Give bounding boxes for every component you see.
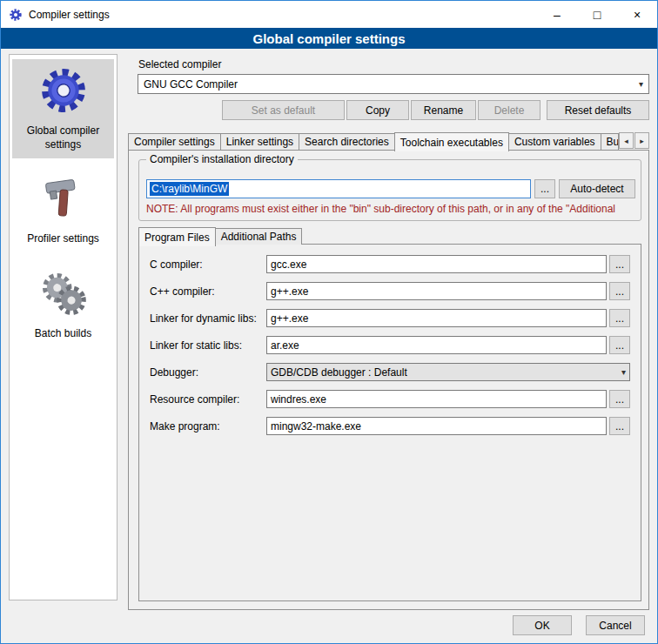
chevron-down-icon: ▾ xyxy=(621,368,626,377)
sidebar-item-global-compiler-settings[interactable]: Global compiler settings xyxy=(12,59,114,158)
dialog-footer: OK Cancel xyxy=(513,615,645,635)
tab-search-directories[interactable]: Search directories xyxy=(299,133,395,150)
program-files-tabs: Program Files Additional Paths xyxy=(138,226,301,245)
debugger-value: GDB/CDB debugger : Default xyxy=(271,366,407,379)
cancel-button[interactable]: Cancel xyxy=(586,615,645,635)
make-program-row: Make program: mingw32-make.exe ... xyxy=(150,417,630,435)
c-compiler-value: gcc.exe xyxy=(271,258,306,271)
set-as-default-button: Set as default xyxy=(222,100,345,120)
linker-dynamic-label: Linker for dynamic libs: xyxy=(150,312,266,325)
c-compiler-input[interactable]: gcc.exe xyxy=(266,255,607,273)
compiler-settings-window: Compiler settings – □ × Global compiler … xyxy=(0,0,658,644)
copy-button[interactable]: Copy xyxy=(346,100,409,120)
cpp-compiler-label: C++ compiler: xyxy=(150,285,266,298)
installation-directory-groupbox: Compiler's installation directory C:\ray… xyxy=(138,159,641,221)
resource-compiler-input[interactable]: windres.exe xyxy=(266,390,607,408)
compiler-actions: Set as default Copy Rename Delete Reset … xyxy=(138,100,649,120)
linker-static-label: Linker for static libs: xyxy=(150,339,266,352)
delete-button: Delete xyxy=(478,100,540,120)
installation-directory-value: C:\raylib\MinGW xyxy=(150,182,229,196)
resource-compiler-row: Resource compiler: windres.exe ... xyxy=(150,390,630,408)
installation-directory-row: C:\raylib\MinGW ... Auto-detect xyxy=(146,179,635,198)
program-files-panel: C compiler: gcc.exe ... C++ compiler: g+… xyxy=(138,244,641,601)
gray-gears-icon xyxy=(37,268,91,321)
make-program-label: Make program: xyxy=(150,420,266,433)
linker-dynamic-input[interactable]: g++.exe xyxy=(266,309,607,327)
bin-subdirectory-note: NOTE: All programs must exist either in … xyxy=(146,203,640,215)
app-gear-icon xyxy=(8,7,24,23)
toolchain-executables-panel: Compiler's installation directory C:\ray… xyxy=(128,150,649,610)
hammer-icon xyxy=(37,173,91,226)
linker-dynamic-row: Linker for dynamic libs: g++.exe ... xyxy=(150,309,630,327)
sidebar-item-label: Global compiler settings xyxy=(14,124,112,151)
tab-toolchain-executables[interactable]: Toolchain executables xyxy=(394,132,509,151)
minimize-button[interactable]: – xyxy=(537,1,577,28)
tab-build-options[interactable]: Builc xyxy=(601,133,619,150)
linker-static-row: Linker for static libs: ar.exe ... xyxy=(150,336,630,354)
linker-dynamic-value: g++.exe xyxy=(271,312,308,325)
c-compiler-browse-button[interactable]: ... xyxy=(609,255,630,273)
tab-program-files[interactable]: Program Files xyxy=(138,227,216,246)
blue-gear-icon xyxy=(37,65,91,118)
compiler-settings-tabs: Compiler settings Linker settings Search… xyxy=(128,131,649,150)
sidebar-item-label: Profiler settings xyxy=(27,232,99,246)
linker-static-input[interactable]: ar.exe xyxy=(266,336,607,354)
dialog-header: Global compiler settings xyxy=(1,28,657,49)
make-program-value: mingw32-make.exe xyxy=(271,420,361,433)
debugger-label: Debugger: xyxy=(150,366,266,379)
window-controls: – □ × xyxy=(537,1,657,28)
cpp-compiler-value: g++.exe xyxy=(271,285,308,298)
installation-directory-browse-button[interactable]: ... xyxy=(534,179,555,198)
auto-detect-button[interactable]: Auto-detect xyxy=(559,179,635,198)
sidebar-item-label: Batch builds xyxy=(35,327,91,341)
cpp-compiler-browse-button[interactable]: ... xyxy=(609,282,630,300)
rename-button[interactable]: Rename xyxy=(411,100,476,120)
sidebar-item-batch-builds[interactable]: Batch builds xyxy=(12,262,114,348)
sidebar-item-profiler-settings[interactable]: Profiler settings xyxy=(12,167,114,253)
linker-static-value: ar.exe xyxy=(271,339,299,352)
debugger-row: Debugger: GDB/CDB debugger : Default ▾ xyxy=(150,363,630,381)
c-compiler-label: C compiler: xyxy=(150,258,266,271)
tab-scroll-right-button[interactable]: ▸ xyxy=(634,132,649,149)
tab-custom-variables[interactable]: Custom variables xyxy=(508,133,601,150)
cpp-compiler-input[interactable]: g++.exe xyxy=(266,282,607,300)
maximize-button[interactable]: □ xyxy=(577,1,617,28)
c-compiler-row: C compiler: gcc.exe ... xyxy=(150,255,630,273)
selected-compiler-dropdown[interactable]: GNU GCC Compiler ▾ xyxy=(138,74,649,94)
ok-button[interactable]: OK xyxy=(513,615,572,635)
linker-dynamic-browse-button[interactable]: ... xyxy=(609,309,630,327)
tab-linker-settings[interactable]: Linker settings xyxy=(220,133,299,150)
linker-static-browse-button[interactable]: ... xyxy=(609,336,630,354)
reset-defaults-button[interactable]: Reset defaults xyxy=(547,100,649,120)
cpp-compiler-row: C++ compiler: g++.exe ... xyxy=(150,282,630,300)
resource-compiler-browse-button[interactable]: ... xyxy=(609,390,630,408)
debugger-dropdown[interactable]: GDB/CDB debugger : Default ▾ xyxy=(266,363,630,381)
installation-directory-title: Compiler's installation directory xyxy=(146,153,298,165)
settings-category-list: Global compiler settings Profiler settin… xyxy=(9,54,118,600)
installation-directory-input[interactable]: C:\raylib\MinGW xyxy=(146,179,531,198)
tab-compiler-settings[interactable]: Compiler settings xyxy=(128,133,221,150)
tab-scroll-left-button[interactable]: ◂ xyxy=(619,132,634,149)
make-program-browse-button[interactable]: ... xyxy=(609,417,630,435)
close-button[interactable]: × xyxy=(617,1,657,28)
make-program-input[interactable]: mingw32-make.exe xyxy=(266,417,607,435)
tab-additional-paths[interactable]: Additional Paths xyxy=(215,228,303,245)
titlebar[interactable]: Compiler settings – □ × xyxy=(1,1,657,28)
resource-compiler-value: windres.exe xyxy=(271,393,326,406)
window-title: Compiler settings xyxy=(29,9,110,21)
chevron-down-icon: ▾ xyxy=(639,80,643,89)
resource-compiler-label: Resource compiler: xyxy=(150,393,266,406)
selected-compiler-value: GNU GCC Compiler xyxy=(144,78,238,91)
selected-compiler-label: Selected compiler xyxy=(138,58,221,70)
tab-scroll-controls: ◂ ▸ xyxy=(618,132,649,149)
